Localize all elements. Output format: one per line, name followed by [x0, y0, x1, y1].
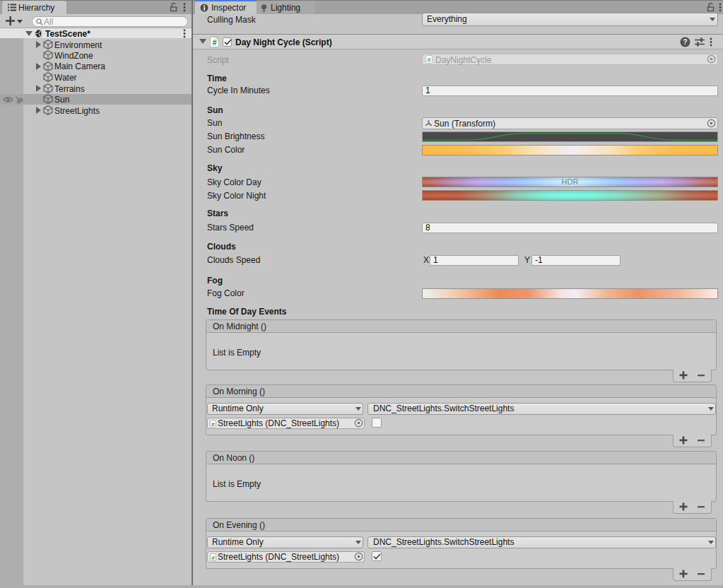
- svg-text:?: ?: [683, 37, 687, 46]
